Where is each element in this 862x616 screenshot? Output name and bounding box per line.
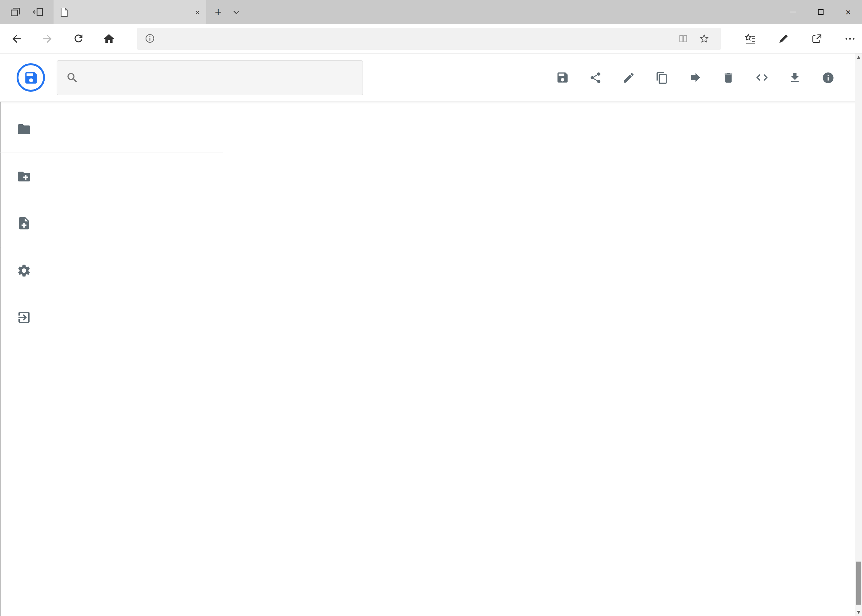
download-button[interactable] [788,71,802,84]
save-button[interactable] [555,71,569,84]
window-controls: × [779,0,862,24]
tab-bar-right-actions: + [206,0,243,24]
share-arrow-icon [811,33,822,44]
trash-icon [722,71,735,84]
floppy-logo-icon [23,70,38,85]
save-icon [555,71,569,84]
minimize-icon [790,12,796,12]
search-box[interactable] [57,60,363,95]
scrollbar-thumb[interactable] [856,561,861,605]
app-body [0,102,862,616]
download-icon [788,71,801,84]
copy-button[interactable] [655,71,669,84]
set-aside-icon [32,6,44,18]
new-tab-button[interactable]: + [215,6,222,18]
more-icon [844,32,856,45]
info-icon [822,71,835,84]
gear-icon [17,263,32,278]
home-button[interactable] [95,25,123,52]
reading-view-button[interactable] [673,28,694,49]
star-icon [698,33,710,44]
file-toolbar [555,53,835,102]
refresh-button[interactable] [65,25,92,52]
source-view-button[interactable] [755,71,769,84]
reading-view-icon [678,33,689,43]
search-icon [66,71,79,84]
filebrowser-logo[interactable] [17,63,45,92]
nav-right-actions [738,25,862,52]
code-icon [755,71,769,84]
sidebar [0,102,223,616]
share-page-button[interactable] [804,25,829,52]
browser-nav-bar [0,24,862,53]
back-button[interactable] [3,25,30,52]
sidebar-item-new-file[interactable] [0,200,223,247]
sidebar-footer [0,366,223,378]
sidebar-item-new-folder[interactable] [0,153,223,200]
set-tabs-aside-button[interactable] [29,3,47,21]
rename-button[interactable] [622,71,635,84]
sidebar-item-my-files[interactable] [0,106,223,152]
browser-window: × + × [0,0,862,616]
favorites-hub-button[interactable] [738,25,763,52]
filebrowser-header [0,53,862,102]
address-bar[interactable] [137,27,721,50]
forward-button[interactable] [34,25,61,52]
page-favicon-icon [60,7,68,17]
new-file-icon [17,216,32,231]
site-info-icon[interactable] [145,33,155,44]
scroll-up-arrow-icon[interactable] [855,53,862,61]
logout-icon [17,310,32,325]
share-icon [589,71,602,84]
code-editor[interactable] [223,102,862,616]
info-button[interactable] [821,71,835,84]
close-icon: × [845,7,851,17]
annotate-button[interactable] [771,25,796,52]
close-window-button[interactable]: × [834,0,862,24]
page-scrollbar[interactable] [855,53,862,616]
sidebar-item-logout[interactable] [0,294,223,341]
delete-button[interactable] [722,71,735,84]
more-menu-button[interactable] [838,25,862,52]
pencil-icon [622,71,635,84]
sidebar-item-settings[interactable] [0,247,223,294]
new-folder-icon [17,169,32,184]
saved-tabs-button[interactable] [6,3,24,21]
browser-tab-wizard-sh[interactable]: × [54,0,206,24]
maximize-icon [818,9,823,15]
stacked-tabs-icon [9,6,20,18]
scroll-down-arrow-icon[interactable] [855,608,862,616]
folder-icon [17,122,32,137]
tab-close-icon[interactable]: × [195,8,200,16]
add-favorite-button[interactable] [694,28,715,49]
tab-bar: × + × [0,0,862,24]
forward-arrow-icon [689,71,702,84]
copy-icon [656,71,668,84]
minimize-button[interactable] [779,0,807,24]
hub-star-icon [744,32,756,45]
search-input[interactable] [87,72,354,83]
tab-bar-left-actions [0,0,54,24]
maximize-button[interactable] [807,0,834,24]
pen-icon [778,33,789,44]
tab-preview-chevron-icon[interactable] [230,3,243,21]
move-button[interactable] [689,71,702,84]
share-button[interactable] [589,71,602,84]
